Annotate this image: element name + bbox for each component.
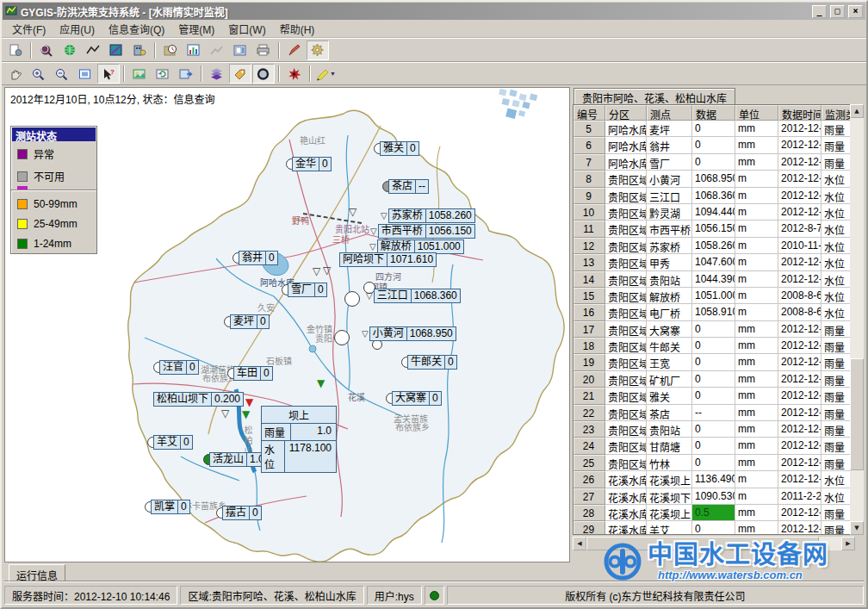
table-row[interactable]: 12贵阳区域苏家桥1058.260m2010-11-水位 bbox=[574, 238, 854, 254]
map-panel[interactable]: 2012年12月10日, 10点12分, 状态：信息查询 bbox=[4, 87, 570, 562]
run-info-tab[interactable]: 运行信息 bbox=[9, 564, 65, 581]
highlight-pen-button[interactable]: ▼ bbox=[314, 64, 337, 84]
map-station[interactable]: 翁井0 bbox=[232, 251, 278, 265]
map-station[interactable]: ▽苏家桥1058.260 bbox=[381, 208, 475, 223]
table-row[interactable]: 21贵阳区域雅关0mm2012-12-雨量 bbox=[574, 388, 854, 404]
map-station[interactable]: 牛郎关0 bbox=[401, 355, 457, 370]
region-tab[interactable]: 贵阳市阿哈、花溪、松柏山水库 bbox=[574, 88, 735, 104]
table-row[interactable]: 13贵阳区域甲秀1047.600m2012-12-水位 bbox=[574, 254, 854, 270]
map-station[interactable]: 摆古0 bbox=[216, 506, 262, 520]
table-row[interactable]: 18贵阳区域牛郎关0mm2012-12-雨量 bbox=[574, 338, 854, 354]
column-header[interactable]: 分区 bbox=[605, 105, 647, 121]
pan-button[interactable] bbox=[4, 64, 27, 84]
table-row[interactable]: 14贵阳区域贵阳站1044.390m2012-12-水位 bbox=[574, 271, 854, 288]
table-row[interactable]: 17贵阳区域大窝寨0mm2012-12-雨量 bbox=[574, 321, 854, 338]
table-row[interactable]: 29花溪水库羊艾0mm2012-12-雨量 bbox=[574, 521, 854, 535]
map-station[interactable]: 雪厂0 bbox=[282, 283, 327, 297]
table-row[interactable]: 9贵阳区域三江口1068.360m2012-12-水位 bbox=[574, 188, 854, 204]
menu-help[interactable]: 帮助(H) bbox=[273, 20, 322, 38]
map-station[interactable]: 雅关0 bbox=[374, 141, 419, 156]
menu-manage[interactable]: 管理(M) bbox=[171, 20, 221, 38]
profile-line-button[interactable] bbox=[82, 40, 104, 60]
table-row[interactable]: 16贵阳区域电厂桥1058.910m2008-8-6水位 bbox=[574, 304, 854, 320]
report-view-button[interactable] bbox=[229, 40, 251, 60]
refresh-view-button[interactable] bbox=[152, 64, 174, 84]
table-cell: 1068.950 bbox=[692, 171, 735, 187]
dropdown-arrow-icon[interactable]: ▼ bbox=[330, 71, 336, 77]
column-header[interactable]: 数据 bbox=[692, 105, 735, 121]
minimize-button[interactable]: _ bbox=[812, 5, 827, 18]
map-station[interactable]: 汪官0 bbox=[153, 360, 199, 375]
chart-grid-button[interactable] bbox=[183, 40, 205, 60]
map-station[interactable]: 羊艾0 bbox=[147, 435, 193, 450]
map-station[interactable]: 茶店-- bbox=[382, 179, 429, 194]
map-station[interactable]: 松柏山坝下0.200 bbox=[153, 392, 244, 407]
table-row[interactable]: 27花溪水库花溪坝下1090.530m2011-2-2水位 bbox=[574, 488, 854, 505]
table-row[interactable]: 11贵阳区域市西平桥1056.150m2012-8-7水位 bbox=[574, 221, 854, 237]
table-row[interactable]: 25贵阳区域竹林0mm2012-12-雨量 bbox=[574, 455, 854, 471]
draw-pen-button[interactable] bbox=[283, 40, 306, 60]
zoom-out-button[interactable] bbox=[51, 64, 73, 84]
table-row[interactable]: 15贵阳区域解放桥1051.000m2008-8-6水位 bbox=[574, 288, 854, 304]
zoom-in-button[interactable] bbox=[28, 64, 50, 84]
map-station[interactable]: 凯掌0 bbox=[145, 500, 190, 514]
scroll-up-button[interactable]: ▲ bbox=[850, 104, 864, 118]
vertical-scroll-thumb[interactable] bbox=[850, 358, 864, 470]
print-button[interactable] bbox=[252, 40, 275, 60]
full-extent-button[interactable] bbox=[74, 64, 96, 84]
map-station[interactable]: 麦坪0 bbox=[224, 314, 270, 329]
row-number-cell: 13 bbox=[574, 254, 605, 270]
map-station[interactable]: ▽三江口1068.360 bbox=[366, 289, 461, 303]
scroll-left-button[interactable]: ◀ bbox=[573, 537, 586, 550]
time-map-button[interactable] bbox=[159, 40, 182, 60]
map-station[interactable]: 阿哈坝下1071.610 bbox=[339, 252, 437, 267]
layers-button[interactable] bbox=[206, 64, 228, 84]
table-row[interactable]: 10贵阳区域黔灵湖1094.440m2012-12-水位 bbox=[574, 204, 854, 221]
map-station[interactable]: 活龙山1.0 bbox=[203, 452, 268, 467]
column-header[interactable]: 单位 bbox=[735, 105, 778, 121]
image-view-button[interactable] bbox=[128, 64, 151, 84]
vertical-scrollbar[interactable]: ▲ ▼ bbox=[850, 104, 864, 535]
menu-window[interactable]: 窗口(W) bbox=[221, 20, 272, 38]
raster-image-button[interactable] bbox=[105, 40, 127, 60]
building-query-button[interactable] bbox=[128, 40, 151, 60]
table-row[interactable]: 24贵阳区域甘荫塘0mm2012-12-雨量 bbox=[574, 438, 854, 454]
dam-info-panel[interactable]: 坝上 雨量 1.0 水位 1178.100 bbox=[261, 406, 337, 473]
column-header[interactable]: 测点 bbox=[647, 105, 692, 121]
map-station[interactable]: 车田0 bbox=[227, 366, 273, 381]
table-row[interactable]: 26花溪水库花溪坝上1136.490m2012-12-水位 bbox=[574, 471, 854, 488]
table-row[interactable]: 8贵阳区域小黄河1068.950m2012-12-水位 bbox=[574, 171, 854, 187]
column-header[interactable]: 编号 bbox=[574, 105, 605, 121]
label-tag-button[interactable] bbox=[229, 64, 251, 84]
app-icon[interactable] bbox=[5, 4, 17, 19]
menu-file[interactable]: 文件(F) bbox=[5, 20, 53, 38]
hover-lens-button[interactable] bbox=[252, 64, 275, 84]
table-row[interactable]: 7阿哈水库雪厂0mm2012-12-雨量 bbox=[574, 154, 854, 171]
globe-view-button[interactable] bbox=[59, 40, 81, 60]
scroll-down-button[interactable]: ▼ bbox=[850, 521, 864, 535]
scroll-right-button[interactable]: ▶ bbox=[841, 537, 855, 550]
column-header[interactable]: 数据时间 bbox=[778, 105, 822, 121]
settings-button[interactable] bbox=[307, 40, 329, 60]
map-station[interactable]: 大窝寨0 bbox=[386, 391, 442, 406]
map-station[interactable]: ▽小黄河1068.950 bbox=[362, 326, 456, 341]
table-row[interactable]: 5阿哈水库麦坪0mm2012-12-雨量 bbox=[574, 121, 854, 137]
select-document-button[interactable] bbox=[4, 40, 27, 60]
table-row[interactable]: 6阿哈水库翁井0mm2012-12-雨量 bbox=[574, 137, 854, 153]
menu-application[interactable]: 应用(U) bbox=[53, 20, 102, 38]
map-station[interactable]: 金华0 bbox=[286, 157, 332, 171]
table-row[interactable]: 28花溪水库花溪坝上0.5mm2012-12-雨量 bbox=[574, 505, 854, 521]
close-button[interactable]: × bbox=[848, 5, 863, 18]
maximize-button[interactable]: □ bbox=[830, 5, 845, 18]
map-station[interactable]: ▽市西平桥1056.150 bbox=[370, 224, 475, 239]
search-globe-button[interactable] bbox=[35, 40, 58, 60]
pointer-query-button[interactable]: ? bbox=[97, 64, 120, 84]
table-row[interactable]: 22贵阳区域茶店--mm2012-12-雨量 bbox=[574, 405, 854, 421]
table-row[interactable]: 20贵阳区域矿机厂0mm2012-12-雨量 bbox=[574, 371, 854, 388]
export-image-button[interactable] bbox=[175, 64, 197, 84]
table-row[interactable]: 19贵阳区域王宽0mm2012-12-雨量 bbox=[574, 354, 854, 370]
menu-info-query[interactable]: 信息查询(Q) bbox=[102, 20, 171, 38]
flash-point-button[interactable] bbox=[283, 64, 306, 84]
table-row[interactable]: 23贵阳区域贵阳站0mm2012-12-雨量 bbox=[574, 421, 854, 438]
line-chart-button[interactable] bbox=[206, 40, 228, 60]
